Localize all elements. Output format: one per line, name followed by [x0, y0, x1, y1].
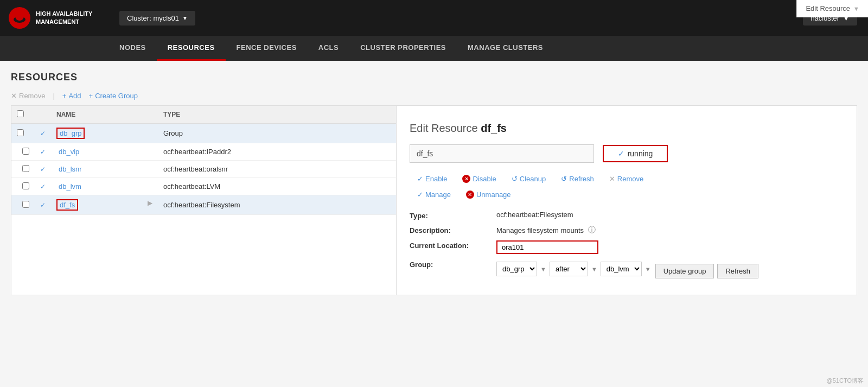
edit-name-row: ✓ running	[410, 144, 844, 163]
table-row: ✓ df_fs ▶ ocf:heartbeat:Filesystem	[11, 195, 396, 215]
cluster-label: Cluster: mycls01	[127, 14, 179, 22]
table-row: ✓ db_lvm ocf:heartbeat:LVM	[11, 178, 396, 195]
status-check-icon: ✓	[40, 201, 46, 209]
disable-label: Disable	[473, 175, 496, 183]
group-controls: db_grp ▼ after before ▼ db_lvm ▼	[496, 262, 651, 276]
resource-name-bold: df_fs	[481, 122, 507, 134]
remove-action-button[interactable]: ✕ Remove	[602, 173, 651, 185]
edit-resource-tab-arrow-icon: ▼	[853, 5, 859, 12]
row-checkbox[interactable]	[17, 129, 24, 136]
type-label: Type:	[410, 211, 496, 220]
resource-name-link[interactable]: db_lsnr	[56, 164, 84, 174]
status-check-icon: ✓	[40, 130, 46, 137]
remove-button[interactable]: ✕ Remove	[11, 92, 45, 100]
col-checkbox	[11, 106, 35, 124]
group-row: Group: db_grp ▼ after before ▼	[410, 259, 844, 278]
cluster-selector[interactable]: Cluster: mycls01 ▼	[108, 0, 206, 36]
nav-item-acls[interactable]: ACLS	[308, 36, 349, 61]
refresh-group-button[interactable]: Refresh	[717, 264, 758, 278]
row-name-cell: db_vip	[51, 143, 158, 161]
group-name-arrow-icon: ▼	[540, 266, 546, 272]
row-status-cell: ✓	[35, 178, 51, 195]
group-label: Group:	[410, 259, 496, 269]
nav-item-manage-clusters[interactable]: MANAGE CLUSTERS	[457, 36, 554, 61]
create-group-plus-icon: +	[89, 92, 93, 100]
edit-resource-tab[interactable]: Edit Resource ▼	[796, 0, 868, 17]
type-row: Type: ocf:heartbeat:Filesystem	[410, 211, 844, 220]
resource-name-link[interactable]: db_vip	[56, 147, 81, 156]
select-all-checkbox[interactable]	[17, 110, 24, 117]
group-resource-select[interactable]: db_lvm	[601, 262, 642, 276]
status-check-icon: ✓	[40, 148, 46, 156]
status-check-icon: ✓	[40, 183, 46, 191]
nav-item-resources[interactable]: RESOURCES	[157, 36, 226, 61]
resource-name-link[interactable]: db_lvm	[56, 182, 84, 191]
row-name-cell: db_grp	[51, 124, 158, 143]
table-row: ✓ db_vip ocf:heartbeat:IPaddr2	[11, 143, 396, 161]
enable-check-icon: ✓	[417, 175, 423, 183]
row-checkbox-cell	[11, 178, 35, 195]
row-checkbox[interactable]	[22, 148, 29, 155]
add-button[interactable]: + Add	[62, 92, 81, 100]
refresh-icon: ↺	[561, 175, 567, 183]
status-check-icon: ✓	[618, 149, 624, 158]
group-name-select[interactable]: db_grp	[496, 262, 537, 276]
description-row: Description: Manages filesystem mounts ⓘ	[410, 225, 844, 235]
row-name-cell: db_lsnr	[51, 161, 158, 178]
group-position-select[interactable]: after before	[550, 262, 588, 276]
unmanage-circle-icon: ✕	[466, 191, 474, 199]
row-arrow-icon: ▶	[148, 199, 152, 207]
disable-circle-icon: ✕	[462, 175, 470, 183]
unmanage-button[interactable]: ✕ Unmanage	[458, 188, 519, 201]
row-checkbox-cell	[11, 124, 35, 143]
table-row: ✓ db_lsnr ocf:heartbeat:oralsnr	[11, 161, 396, 178]
nav-item-fence-devices[interactable]: FENCE DEVICES	[226, 36, 308, 61]
row-status-cell: ✓	[35, 143, 51, 161]
manage-button[interactable]: ✓ Manage	[410, 188, 458, 201]
main-content: RESOURCES ✕ Remove | + Add + Create Grou…	[0, 61, 868, 387]
refresh-action-button[interactable]: ↺ Refresh	[553, 173, 602, 185]
col-type-header: TYPE	[158, 106, 396, 124]
update-group-button[interactable]: Update group	[655, 264, 714, 278]
row-type-cell: Group	[158, 124, 396, 143]
manage-label: Manage	[425, 191, 451, 199]
description-label: Description:	[410, 225, 496, 234]
create-group-label: Create Group	[95, 92, 138, 100]
col-name-header: NAME	[51, 106, 158, 124]
resource-name-link[interactable]: db_grp	[56, 128, 85, 139]
resource-name-input[interactable]	[410, 144, 594, 163]
app-title: HIGH AVAILABILITY MANAGEMENT	[36, 10, 92, 27]
cleanup-refresh-icon: ↺	[512, 175, 518, 183]
nav-item-nodes[interactable]: NODES	[108, 36, 157, 61]
toolbar: ✕ Remove | + Add + Create Group Edit Res…	[11, 92, 857, 100]
info-icon[interactable]: ⓘ	[588, 225, 596, 235]
row-checkbox[interactable]	[22, 165, 29, 172]
edit-panel: Edit Resource df_fs ✓ running ✓ Enable ✕	[397, 106, 857, 295]
nav-item-cluster-properties[interactable]: CLUSTER PROPERTIES	[349, 36, 457, 61]
create-group-button[interactable]: + Create Group	[89, 92, 138, 100]
row-checkbox[interactable]	[22, 182, 29, 189]
description-value: Manages filesystem mounts ⓘ	[496, 225, 596, 235]
group-position-arrow-icon: ▼	[591, 266, 597, 272]
row-checkbox-cell	[11, 161, 35, 178]
df-fs-resource-link[interactable]: df_fs	[56, 199, 78, 211]
add-plus-icon: +	[62, 92, 67, 100]
status-badge: ✓ running	[603, 145, 668, 162]
description-text: Manages filesystem mounts	[496, 226, 584, 234]
location-label: Current Location:	[410, 240, 496, 250]
row-checkbox-cell	[11, 195, 35, 215]
current-location-input[interactable]	[496, 240, 598, 254]
row-checkbox[interactable]	[22, 201, 29, 208]
disable-button[interactable]: ✕ Disable	[455, 173, 503, 185]
redhat-logo-icon	[9, 7, 30, 29]
cluster-dropdown-button[interactable]: Cluster: mycls01 ▼	[119, 11, 195, 26]
resource-table-wrap: NAME TYPE ✓ db_grp Group	[11, 106, 397, 295]
properties-section: Type: ocf:heartbeat:Filesystem Descripti…	[410, 211, 844, 278]
row-checkbox-cell	[11, 143, 35, 161]
enable-button[interactable]: ✓ Enable	[410, 173, 455, 185]
table-row: ✓ db_grp Group	[11, 124, 396, 143]
remove-action-x-icon: ✕	[609, 175, 615, 183]
header: HIGH AVAILABILITY MANAGEMENT Cluster: my…	[0, 0, 868, 36]
resource-panel: NAME TYPE ✓ db_grp Group	[11, 105, 857, 295]
cleanup-button[interactable]: ↺ Cleanup	[504, 173, 553, 185]
